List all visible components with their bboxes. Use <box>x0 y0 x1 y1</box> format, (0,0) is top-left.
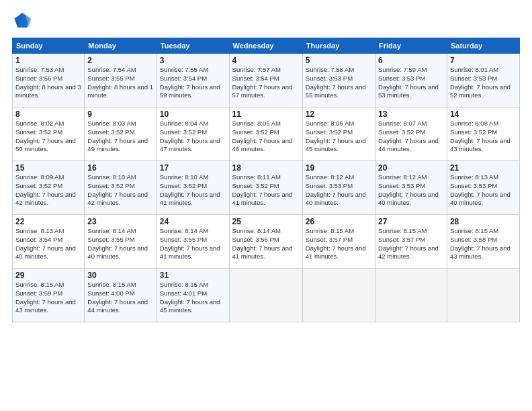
day-number: 17 <box>160 163 226 173</box>
day-info: Sunrise: 8:07 AMSunset: 3:52 PMDaylight:… <box>378 120 444 154</box>
day-number: 3 <box>160 56 226 65</box>
calendar-cell <box>229 269 302 322</box>
calendar-cell: 23Sunrise: 8:14 AMSunset: 3:55 PMDayligh… <box>85 215 157 269</box>
day-info: Sunrise: 8:09 AMSunset: 3:52 PMDaylight:… <box>15 173 81 208</box>
day-number: 4 <box>232 56 300 65</box>
calendar-cell: 6Sunrise: 7:59 AMSunset: 3:53 PMDaylight… <box>375 54 447 107</box>
calendar-cell: 10Sunrise: 8:04 AMSunset: 3:52 PMDayligh… <box>157 107 229 161</box>
calendar-cell: 26Sunrise: 8:15 AMSunset: 3:57 PMDayligh… <box>302 215 375 269</box>
calendar-cell: 16Sunrise: 8:10 AMSunset: 3:52 PMDayligh… <box>85 161 157 215</box>
day-info: Sunrise: 8:12 AMSunset: 3:53 PMDaylight:… <box>378 173 444 208</box>
calendar-cell: 14Sunrise: 8:08 AMSunset: 3:52 PMDayligh… <box>447 107 519 161</box>
calendar-cell: 21Sunrise: 8:13 AMSunset: 3:53 PMDayligh… <box>447 161 519 215</box>
day-info: Sunrise: 8:14 AMSunset: 3:55 PMDaylight:… <box>87 227 154 261</box>
day-info: Sunrise: 8:12 AMSunset: 3:53 PMDaylight:… <box>306 173 372 208</box>
calendar-cell: 29Sunrise: 8:15 AMSunset: 3:59 PMDayligh… <box>13 269 85 322</box>
calendar-cell: 30Sunrise: 8:15 AMSunset: 4:00 PMDayligh… <box>85 269 157 322</box>
day-number: 27 <box>378 217 444 226</box>
calendar-cell <box>302 269 375 322</box>
day-number: 20 <box>378 163 444 173</box>
day-info: Sunrise: 8:14 AMSunset: 3:56 PMDaylight:… <box>232 227 300 261</box>
calendar-cell: 15Sunrise: 8:09 AMSunset: 3:52 PMDayligh… <box>13 161 85 215</box>
header-day-thursday: Thursday <box>302 38 375 54</box>
day-number: 1 <box>15 56 81 65</box>
header-day-saturday: Saturday <box>447 38 519 54</box>
day-info: Sunrise: 8:05 AMSunset: 3:52 PMDaylight:… <box>232 120 300 154</box>
day-info: Sunrise: 8:15 AMSunset: 4:00 PMDaylight:… <box>87 281 154 315</box>
calendar-cell: 3Sunrise: 7:55 AMSunset: 3:54 PMDaylight… <box>157 54 229 107</box>
day-number: 25 <box>232 217 300 226</box>
calendar-cell: 18Sunrise: 8:11 AMSunset: 3:52 PMDayligh… <box>229 161 302 215</box>
day-info: Sunrise: 7:55 AMSunset: 3:54 PMDaylight:… <box>160 66 226 100</box>
day-info: Sunrise: 8:15 AMSunset: 3:57 PMDaylight:… <box>306 227 372 261</box>
day-info: Sunrise: 8:02 AMSunset: 3:52 PMDaylight:… <box>15 120 81 154</box>
day-number: 31 <box>160 271 226 280</box>
header-row: SundayMondayTuesdayWednesdayThursdayFrid… <box>13 38 520 54</box>
day-number: 23 <box>87 217 154 226</box>
calendar-cell <box>375 269 447 322</box>
day-info: Sunrise: 8:01 AMSunset: 3:53 PMDaylight:… <box>450 66 517 100</box>
logo <box>12 11 35 31</box>
calendar-cell: 9Sunrise: 8:03 AMSunset: 3:52 PMDaylight… <box>85 107 157 161</box>
week-row-1: 1Sunrise: 7:53 AMSunset: 3:56 PMDaylight… <box>13 54 520 107</box>
day-info: Sunrise: 8:08 AMSunset: 3:52 PMDaylight:… <box>450 120 517 154</box>
page: SundayMondayTuesdayWednesdayThursdayFrid… <box>0 0 532 411</box>
week-row-4: 22Sunrise: 8:13 AMSunset: 3:54 PMDayligh… <box>13 215 520 269</box>
calendar-header: SundayMondayTuesdayWednesdayThursdayFrid… <box>13 38 520 54</box>
calendar-cell: 17Sunrise: 8:10 AMSunset: 3:52 PMDayligh… <box>157 161 229 215</box>
calendar-body: 1Sunrise: 7:53 AMSunset: 3:56 PMDaylight… <box>13 54 520 322</box>
day-number: 8 <box>15 109 81 119</box>
calendar-cell: 24Sunrise: 8:14 AMSunset: 3:55 PMDayligh… <box>157 215 229 269</box>
calendar-cell: 13Sunrise: 8:07 AMSunset: 3:52 PMDayligh… <box>375 107 447 161</box>
calendar-cell: 31Sunrise: 8:15 AMSunset: 4:01 PMDayligh… <box>157 269 229 322</box>
day-info: Sunrise: 8:15 AMSunset: 3:59 PMDaylight:… <box>15 281 81 315</box>
calendar-cell: 5Sunrise: 7:58 AMSunset: 3:53 PMDaylight… <box>302 54 375 107</box>
day-info: Sunrise: 7:58 AMSunset: 3:53 PMDaylight:… <box>306 66 372 100</box>
header-day-sunday: Sunday <box>13 38 85 54</box>
logo-icon <box>12 11 32 31</box>
day-info: Sunrise: 8:13 AMSunset: 3:54 PMDaylight:… <box>15 227 81 261</box>
day-number: 14 <box>450 109 517 119</box>
header-day-friday: Friday <box>375 38 447 54</box>
day-number: 2 <box>87 56 154 65</box>
calendar-cell: 1Sunrise: 7:53 AMSunset: 3:56 PMDaylight… <box>13 54 85 107</box>
day-info: Sunrise: 8:06 AMSunset: 3:52 PMDaylight:… <box>306 120 372 154</box>
day-number: 9 <box>87 109 154 119</box>
day-number: 22 <box>15 217 81 226</box>
day-number: 24 <box>160 217 226 226</box>
day-number: 16 <box>87 163 154 173</box>
header-day-monday: Monday <box>85 38 157 54</box>
calendar-cell: 2Sunrise: 7:54 AMSunset: 3:55 PMDaylight… <box>85 54 157 107</box>
day-number: 7 <box>450 56 517 65</box>
day-number: 11 <box>232 109 300 119</box>
day-number: 18 <box>232 163 300 173</box>
day-number: 13 <box>378 109 444 119</box>
day-number: 12 <box>306 109 372 119</box>
calendar-cell: 12Sunrise: 8:06 AMSunset: 3:52 PMDayligh… <box>302 107 375 161</box>
day-info: Sunrise: 8:04 AMSunset: 3:52 PMDaylight:… <box>160 120 226 154</box>
calendar-table: SundayMondayTuesdayWednesdayThursdayFrid… <box>12 38 520 322</box>
header-day-tuesday: Tuesday <box>157 38 229 54</box>
calendar-cell: 7Sunrise: 8:01 AMSunset: 3:53 PMDaylight… <box>447 54 519 107</box>
day-number: 30 <box>87 271 154 280</box>
calendar-cell: 25Sunrise: 8:14 AMSunset: 3:56 PMDayligh… <box>229 215 302 269</box>
calendar-cell: 4Sunrise: 7:57 AMSunset: 3:54 PMDaylight… <box>229 54 302 107</box>
day-info: Sunrise: 7:54 AMSunset: 3:55 PMDaylight:… <box>87 66 154 100</box>
day-number: 5 <box>306 56 372 65</box>
day-number: 19 <box>306 163 372 173</box>
calendar-cell: 27Sunrise: 8:15 AMSunset: 3:57 PMDayligh… <box>375 215 447 269</box>
calendar-cell <box>447 269 519 322</box>
day-info: Sunrise: 8:15 AMSunset: 4:01 PMDaylight:… <box>160 281 226 315</box>
day-info: Sunrise: 8:15 AMSunset: 3:58 PMDaylight:… <box>450 227 517 261</box>
header <box>12 11 520 31</box>
header-day-wednesday: Wednesday <box>229 38 302 54</box>
day-number: 21 <box>450 163 517 173</box>
day-info: Sunrise: 8:03 AMSunset: 3:52 PMDaylight:… <box>87 120 154 154</box>
day-number: 29 <box>15 271 81 280</box>
day-number: 6 <box>378 56 444 65</box>
day-info: Sunrise: 7:53 AMSunset: 3:56 PMDaylight:… <box>15 66 81 100</box>
week-row-2: 8Sunrise: 8:02 AMSunset: 3:52 PMDaylight… <box>13 107 520 161</box>
day-info: Sunrise: 8:14 AMSunset: 3:55 PMDaylight:… <box>160 227 226 261</box>
calendar-cell: 11Sunrise: 8:05 AMSunset: 3:52 PMDayligh… <box>229 107 302 161</box>
day-info: Sunrise: 8:13 AMSunset: 3:53 PMDaylight:… <box>450 173 517 208</box>
